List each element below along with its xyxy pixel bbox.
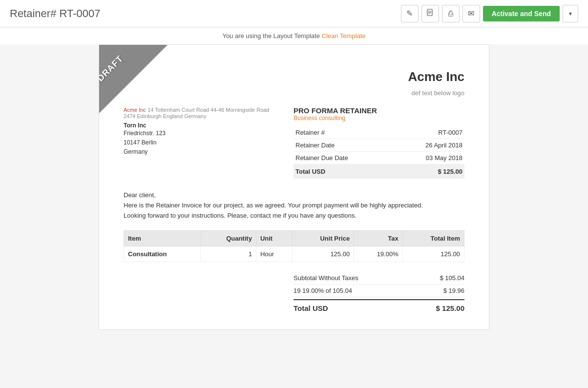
retainer-date-row: Retainer Date 26 April 2018 (294, 139, 464, 152)
dear-client-body: Here is the Retainer Invoice for our pro… (124, 201, 464, 221)
total-label: Total USD (294, 304, 328, 312)
to-city: 10147 Berlin (124, 138, 270, 147)
retainer-date-value: 26 April 2018 (393, 139, 464, 152)
activate-send-button[interactable]: Activate and Send (483, 6, 560, 21)
top-bar: Retainer# RT-0007 ✎ ⎙ ✉ Activate and Sen… (0, 0, 588, 27)
def-text-below-logo: def text below logo (124, 89, 464, 97)
draft-ribbon (99, 45, 168, 113)
col-unit: Unit (256, 231, 292, 246)
subtotal-label: Subtotal Without Taxes (294, 274, 358, 282)
retainer-date-label: Retainer Date (294, 139, 393, 152)
retainer-info: PRO FORMA RETAINER Business consulting R… (294, 106, 464, 179)
retainer-due-date-value: 03 May 2018 (393, 152, 464, 164)
subtotal-value: $ 105.04 (440, 274, 464, 282)
chevron-down-icon: ▾ (569, 10, 572, 17)
retainer-title: PRO FORMA RETAINER (294, 106, 464, 115)
item-total: 125.00 (402, 246, 464, 262)
from-address-line2: 2474 Edinburgh England Germany (124, 113, 270, 119)
col-item: Item (124, 231, 201, 246)
email-icon: ✉ (468, 9, 474, 18)
pdf-button[interactable] (421, 5, 439, 22)
document-header: Acme Inc 14 Tottenham Court Road 44-46 M… (124, 106, 464, 179)
page-title: Retainer# RT-0007 (10, 7, 101, 20)
salutation: Dear client, (124, 190, 464, 201)
item-tax: 19.00% (354, 246, 403, 262)
to-country: Germany (124, 147, 270, 157)
subtotal-line: Subtotal Without Taxes $ 105.04 (294, 272, 464, 285)
dear-client-section: Dear client, Here is the Retainer Invoic… (124, 190, 464, 221)
item-quantity: 1 (201, 246, 256, 262)
print-button[interactable]: ⎙ (442, 5, 460, 22)
toolbar-actions: ✎ ⎙ ✉ Activate and Send ▾ (401, 5, 578, 22)
retainer-due-date-row: Retainer Due Date 03 May 2018 (294, 152, 464, 164)
retainer-total-row: Total USD $ 125.00 (294, 164, 464, 179)
retainer-number-row: Retainer # RT-0007 (294, 126, 464, 139)
total-value: $ 125.00 (436, 304, 464, 312)
tax-label: 19 19.00% of 105.04 (294, 287, 352, 294)
item-name: Consultation (124, 246, 201, 262)
item-unit: Hour (256, 246, 292, 262)
total-line: Total USD $ 125.00 (294, 299, 464, 315)
pdf-icon (426, 9, 434, 19)
totals-inner: Subtotal Without Taxes $ 105.04 19 19.00… (294, 272, 464, 315)
tax-line: 19 19.00% of 105.04 $ 19.96 (294, 285, 464, 297)
item-unit-price: 125.00 (292, 246, 354, 262)
table-row: Consultation 1 Hour 125.00 19.00% 125.00 (124, 246, 464, 262)
template-notice-text: You are using the Layout Template (222, 32, 321, 40)
clean-template-link[interactable]: Clean Template (322, 32, 366, 40)
email-button[interactable]: ✉ (462, 5, 480, 22)
to-company: Torn Inc (124, 122, 270, 129)
col-tax: Tax (354, 231, 403, 246)
totals-section: Subtotal Without Taxes $ 105.04 19 19.00… (124, 272, 464, 315)
items-table: Item Quantity Unit Unit Price Tax Total … (124, 230, 464, 262)
retainer-subtitle: Business consulting (294, 115, 464, 122)
print-icon: ⎙ (448, 9, 453, 18)
retainer-number-value: RT-0007 (393, 126, 464, 139)
company-name: Acme Inc (124, 60, 464, 89)
totals-row: Subtotal Without Taxes $ 105.04 19 19.00… (124, 272, 464, 315)
retainer-table: Retainer # RT-0007 Retainer Date 26 Apri… (294, 126, 464, 179)
template-notice: You are using the Layout Template Clean … (0, 27, 588, 44)
col-quantity: Quantity (201, 231, 256, 246)
retainer-number-label: Retainer # (294, 126, 393, 139)
to-street: Friedrichstr. 123 (124, 129, 270, 138)
retainer-total-value: $ 125.00 (393, 164, 464, 179)
tax-value: $ 19.96 (443, 287, 464, 294)
dropdown-chevron-button[interactable]: ▾ (563, 5, 578, 22)
address-section: Acme Inc 14 Tottenham Court Road 44-46 M… (124, 106, 270, 179)
retainer-due-date-label: Retainer Due Date (294, 152, 393, 164)
col-total-item: Total Item (402, 231, 464, 246)
document-container: DRAFT Acme Inc def text below logo Acme … (99, 44, 489, 330)
edit-icon: ✎ (406, 9, 413, 18)
edit-button[interactable]: ✎ (401, 5, 419, 22)
retainer-total-label: Total USD (294, 164, 393, 179)
col-unit-price: Unit Price (292, 231, 354, 246)
